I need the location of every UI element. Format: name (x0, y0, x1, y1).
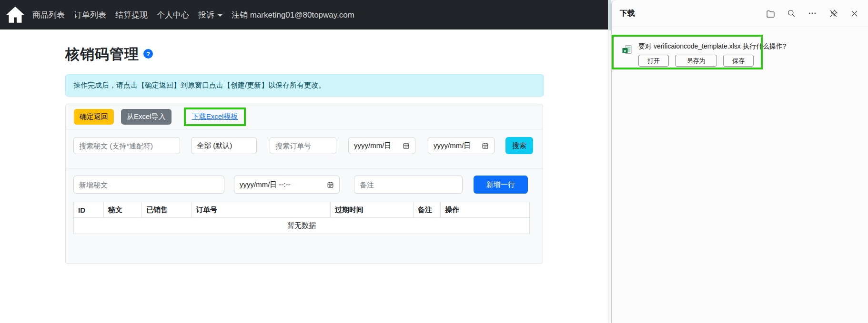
card-toolbar: 确定返回 从Excel导入 下载Excel模板 (66, 104, 543, 129)
downloads-title: 下载 (620, 9, 635, 19)
unpin-icon[interactable] (826, 6, 840, 20)
col-header-sold: 已销售 (142, 202, 192, 218)
col-header-expiry: 过期时间 (331, 202, 414, 218)
new-secret-input[interactable] (73, 176, 224, 194)
nav-item-orders[interactable]: 订单列表 (74, 10, 106, 20)
table-header-row: ID 秘文 已销售 订单号 过期时间 备注 操作 (74, 202, 530, 218)
card-divider (66, 168, 543, 168)
downloads-panel: 下载 (611, 0, 868, 323)
import-excel-button[interactable]: 从Excel导入 (121, 109, 172, 125)
top-navbar: 商品列表 订单列表 结算提现 个人中心 投诉 注销 marketing01@80… (0, 0, 608, 29)
close-icon[interactable] (847, 6, 861, 20)
help-icon[interactable]: ? (143, 49, 153, 59)
calendar-icon[interactable] (327, 181, 334, 188)
caret-down-icon (218, 14, 222, 17)
ellipsis-icon[interactable] (805, 6, 819, 20)
open-file-button[interactable]: 打开 (638, 55, 669, 67)
search-icon[interactable] (784, 6, 798, 20)
info-alert: 操作完成后，请点击【确定返回】到原窗口点击【创建/更新】以保存所有更改。 (65, 74, 544, 97)
download-prompt: 要对 verificaioncode_template.xlsx 执行什么操作? (638, 42, 786, 51)
navbar-links: 商品列表 订单列表 结算提现 个人中心 投诉 注销 marketing01@80… (32, 10, 354, 20)
status-select[interactable]: 全部 (默认) (191, 137, 257, 154)
page-title-text: 核销码管理 (65, 45, 139, 64)
date-to-input[interactable]: yyyy/mm/日 (428, 137, 495, 154)
page-title: 核销码管理 ? (65, 45, 153, 64)
calendar-icon[interactable] (482, 142, 489, 149)
confirm-return-button[interactable]: 确定返回 (74, 109, 114, 125)
empty-state-text: 暂无数据 (74, 218, 530, 234)
col-header-id: ID (74, 202, 104, 218)
save-as-button[interactable]: 另存为 (675, 55, 717, 67)
col-header-note: 备注 (414, 202, 441, 218)
save-button[interactable]: 保存 (723, 55, 754, 67)
nav-item-complaint-dropdown[interactable]: 投诉 (198, 10, 222, 20)
download-template-link[interactable]: 下载Excel模板 (192, 112, 238, 120)
excel-file-icon: x (621, 44, 633, 57)
expiry-datetime-input[interactable]: yyyy/mm/日 --:-- (234, 176, 340, 194)
search-button[interactable]: 搜索 (505, 137, 533, 154)
browser-screen: 商品列表 订单列表 结算提现 个人中心 投诉 注销 marketing01@80… (0, 0, 868, 323)
download-actions: 打开 另存为 保存 (638, 55, 754, 67)
annotation-box-download-link: 下载Excel模板 (184, 108, 246, 126)
svg-text:x: x (624, 48, 626, 53)
open-folder-icon[interactable] (763, 6, 777, 20)
table-empty-row: 暂无数据 (74, 218, 530, 234)
nav-item-profile[interactable]: 个人中心 (157, 10, 189, 20)
date-from-input[interactable]: yyyy/mm/日 (348, 137, 415, 154)
content-panel-separator (608, 0, 608, 323)
add-row-button[interactable]: 新增一行 (474, 176, 528, 194)
col-header-secret: 秘文 (104, 202, 142, 218)
downloads-header: 下载 (612, 0, 868, 27)
nav-item-settlement[interactable]: 结算提现 (115, 10, 148, 20)
home-icon[interactable] (4, 3, 27, 26)
nav-item-products[interactable]: 商品列表 (32, 10, 65, 20)
calendar-icon[interactable] (403, 142, 410, 149)
col-header-actions: 操作 (441, 202, 530, 218)
verification-code-card: 确定返回 从Excel导入 下载Excel模板 全部 (默认) yyyy/mm/… (65, 104, 543, 264)
nav-item-logout[interactable]: 注销 marketing01@80topway.com (232, 10, 354, 20)
codes-table: ID 秘文 已销售 订单号 过期时间 备注 操作 暂无数据 (73, 202, 530, 234)
search-order-input[interactable] (270, 137, 336, 154)
note-input[interactable] (354, 176, 463, 194)
annotation-box-download-item: x 要对 verificaioncode_template.xlsx 执行什么操… (612, 35, 763, 69)
search-secret-input[interactable] (73, 137, 180, 154)
col-header-order: 订单号 (192, 202, 331, 218)
